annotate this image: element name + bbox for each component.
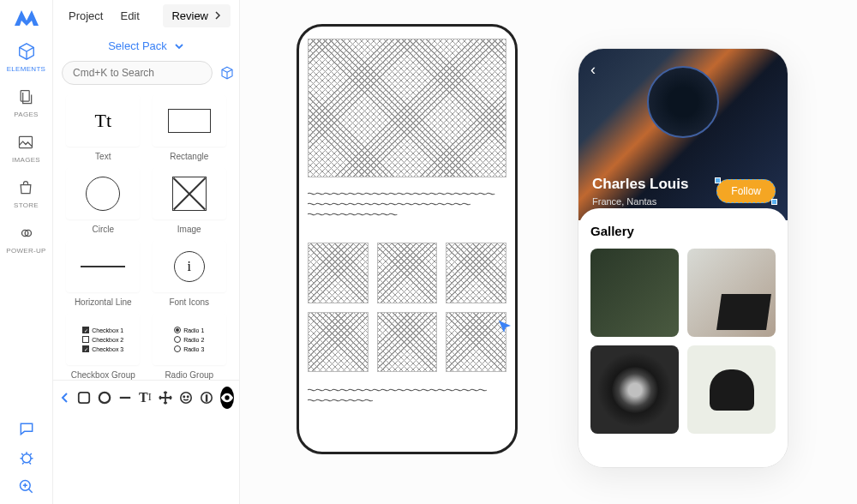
emoji-tool-icon[interactable] — [179, 390, 193, 405]
menu-edit[interactable]: Edit — [113, 6, 146, 26]
design-preview[interactable]: ‹ Charles Louis France, Nantas Follow Ga… — [578, 48, 788, 468]
cube-outline-icon[interactable] — [219, 65, 235, 81]
gallery-item[interactable] — [590, 249, 679, 337]
svg-rect-0 — [21, 91, 30, 102]
gallery-item[interactable] — [687, 345, 776, 434]
cube-icon — [16, 41, 37, 62]
infinity-icon — [16, 223, 37, 243]
wireframe-image — [308, 39, 506, 177]
profile-name: Charles Louis — [592, 176, 688, 193]
element-rectangle[interactable]: Rectangle — [150, 95, 230, 161]
svg-point-7 — [180, 392, 190, 402]
rail-elements[interactable]: ELEMENTS — [7, 41, 46, 73]
svg-text:i: i — [206, 393, 207, 402]
move-tool-icon[interactable] — [159, 390, 172, 405]
cursor-icon — [498, 320, 512, 333]
icon-tool-icon[interactable]: i — [200, 390, 213, 405]
gallery-item[interactable] — [687, 249, 776, 337]
chevron-down-icon — [174, 41, 184, 51]
back-button[interactable]: ‹ — [590, 61, 776, 79]
element-text[interactable]: TtText — [63, 95, 143, 161]
back-icon[interactable] — [60, 390, 70, 405]
preview-icon[interactable] — [220, 387, 234, 409]
bag-icon — [15, 177, 36, 198]
app-logo — [15, 10, 39, 26]
svg-point-8 — [183, 395, 184, 396]
wireframe-preview[interactable] — [297, 24, 518, 454]
follow-button[interactable]: Follow — [716, 179, 776, 203]
search-input[interactable] — [62, 61, 213, 85]
review-button[interactable]: Review — [163, 4, 231, 27]
canvas[interactable]: ‹ Charles Louis France, Nantas Follow Ga… — [240, 0, 857, 504]
gallery-grid — [590, 249, 776, 434]
elements-panel: Project Edit Review Select Pack TtText R… — [53, 0, 240, 504]
wireframe-grid — [308, 243, 506, 372]
zoom-icon[interactable] — [18, 478, 35, 495]
element-hline[interactable]: Horizontal Line — [63, 241, 143, 307]
rail-pages[interactable]: PAGES — [14, 87, 38, 118]
element-image[interactable]: Image — [150, 168, 230, 234]
element-circle[interactable]: Circle — [63, 168, 143, 234]
rail-store[interactable]: STORE — [14, 177, 39, 209]
toolbar: TI i — [53, 380, 239, 414]
svg-rect-1 — [20, 136, 33, 147]
chat-icon[interactable] — [18, 420, 35, 437]
chevron-right-icon — [213, 11, 222, 20]
bug-icon[interactable] — [18, 449, 35, 466]
rail-images[interactable]: IMAGES — [12, 132, 40, 164]
image-icon — [15, 132, 36, 153]
element-radio-group[interactable]: Radio 1Radio 2Radio 3Radio Group — [150, 314, 230, 380]
line-tool-icon[interactable] — [118, 390, 132, 405]
left-rail: ELEMENTS PAGES IMAGES STORE POWER-UP — [0, 0, 53, 504]
profile-location: France, Nantas — [592, 196, 656, 207]
element-checkbox-group[interactable]: ✓Checkbox 1Checkbox 2✓Checkbox 3Checkbox… — [63, 314, 143, 380]
gallery-item[interactable] — [590, 345, 679, 434]
profile-hero: ‹ Charles Louis France, Nantas Follow — [578, 49, 788, 220]
svg-point-2 — [22, 454, 31, 463]
circle-tool-icon[interactable] — [98, 390, 111, 405]
svg-point-5 — [99, 392, 110, 402]
svg-point-9 — [187, 395, 188, 396]
menu-project[interactable]: Project — [62, 6, 110, 26]
wireframe-text — [308, 189, 506, 231]
pages-icon — [15, 87, 36, 107]
select-pack[interactable]: Select Pack — [53, 31, 239, 61]
svg-rect-4 — [79, 392, 89, 402]
gallery-title: Gallery — [590, 224, 776, 238]
square-tool-icon[interactable] — [77, 390, 91, 405]
element-fonticons[interactable]: iFont Icons — [150, 241, 230, 307]
text-tool-icon[interactable]: TI — [139, 390, 152, 405]
rail-powerup[interactable]: POWER-UP — [6, 223, 45, 255]
